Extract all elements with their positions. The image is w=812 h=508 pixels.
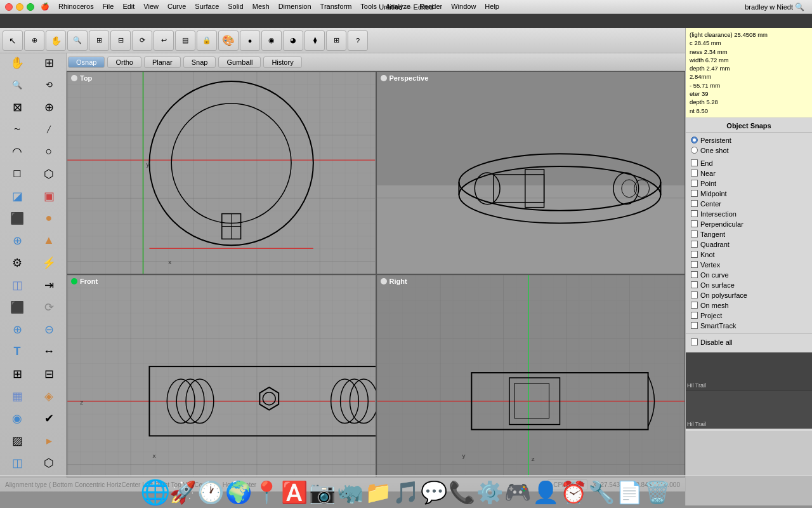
cone-tool[interactable]: ▲ bbox=[33, 229, 65, 251]
snap-on-polysurface[interactable]: On polysurface bbox=[686, 290, 812, 300]
snap-center[interactable]: Center bbox=[686, 199, 812, 209]
display-mode-btn[interactable]: ◉ bbox=[261, 30, 282, 51]
one-shot-option[interactable]: One shot bbox=[686, 145, 812, 156]
snap-project-checkbox[interactable] bbox=[691, 312, 698, 319]
render-tool[interactable]: ◉ bbox=[1, 407, 33, 429]
rotate-view-btn[interactable]: ⟳ bbox=[132, 30, 152, 51]
persistent-option[interactable]: Persistent bbox=[686, 135, 812, 145]
sphere-btn[interactable]: ● bbox=[240, 30, 260, 51]
snap-on-curve-checkbox[interactable] bbox=[691, 271, 698, 278]
snap-tangent-checkbox[interactable] bbox=[691, 231, 698, 237]
offset-tool[interactable]: ⇥ bbox=[33, 274, 65, 296]
menu-dimension[interactable]: Dimension bbox=[275, 3, 315, 11]
menu-view[interactable]: View bbox=[140, 3, 162, 11]
mesh-tool[interactable]: ◫ bbox=[1, 451, 33, 474]
snap-perpendicular-checkbox[interactable] bbox=[691, 220, 698, 227]
dock-clock[interactable]: 🕐 bbox=[198, 479, 223, 505]
dock-docs[interactable]: 📄 bbox=[617, 479, 642, 505]
cylinder-tool[interactable]: ⊕ bbox=[1, 229, 33, 251]
dock-files[interactable]: 📁 bbox=[365, 479, 391, 505]
nurbs-tool[interactable]: ▣ bbox=[33, 185, 65, 207]
rect-tool[interactable]: □ bbox=[1, 163, 33, 185]
dock-chrome[interactable]: 🌍 bbox=[226, 479, 251, 505]
lightning-tool[interactable]: ⚡ bbox=[33, 251, 65, 274]
ortho-button[interactable]: Ortho bbox=[107, 57, 141, 68]
snap-on-curve[interactable]: On curve bbox=[686, 270, 812, 280]
snap-quadrant-checkbox[interactable] bbox=[691, 241, 698, 248]
one-shot-radio[interactable] bbox=[691, 147, 698, 154]
snap-center-checkbox[interactable] bbox=[691, 200, 698, 207]
pan-tool[interactable]: ✋ bbox=[1, 51, 33, 74]
arrow-tool[interactable]: ▸ bbox=[33, 429, 65, 451]
snap-intersection[interactable]: Intersection bbox=[686, 209, 812, 219]
snap-button[interactable]: Snap bbox=[183, 57, 216, 68]
mirror-tool[interactable]: ⊞ bbox=[1, 363, 33, 385]
maximize-button[interactable] bbox=[27, 3, 34, 11]
snap-quadrant[interactable]: Quadrant bbox=[686, 239, 812, 250]
surface-tool[interactable]: ◪ bbox=[1, 185, 33, 207]
zoom-realtime-btn[interactable]: 🔍 bbox=[67, 30, 88, 51]
dock-utilities[interactable]: 🔧 bbox=[589, 479, 614, 505]
magnify-tool[interactable]: ⊠ bbox=[1, 96, 33, 118]
menu-solid[interactable]: Solid bbox=[224, 3, 247, 11]
snap-on-surface-checkbox[interactable] bbox=[691, 281, 698, 288]
snap-near-checkbox[interactable] bbox=[691, 170, 698, 177]
properties-btn[interactable]: ▤ bbox=[175, 30, 195, 51]
close-button[interactable] bbox=[5, 3, 13, 11]
apple-menu[interactable]: 🍎 bbox=[37, 3, 53, 11]
array-tool[interactable]: ⊟ bbox=[33, 363, 65, 385]
snap-vertex-checkbox[interactable] bbox=[691, 261, 698, 268]
planar-button[interactable]: Planar bbox=[144, 57, 181, 68]
snap-point[interactable]: Point bbox=[686, 178, 812, 189]
disable-all-checkbox[interactable] bbox=[691, 338, 698, 345]
arc-tool[interactable]: ◠ bbox=[1, 140, 33, 163]
snap-point-checkbox[interactable] bbox=[691, 180, 698, 187]
select-btn[interactable]: ↖ bbox=[3, 30, 23, 51]
dock-minecraft[interactable]: 🎮 bbox=[505, 479, 530, 505]
snap-vertex[interactable]: Vertex bbox=[686, 260, 812, 270]
render-sphere-btn[interactable]: ◕ bbox=[283, 30, 303, 51]
pan-btn[interactable]: ✋ bbox=[46, 30, 66, 51]
zoom-btn[interactable]: ⊞ bbox=[89, 30, 109, 51]
boolean-union[interactable]: ⊕ bbox=[1, 318, 33, 340]
line-tool[interactable]: ╱ bbox=[33, 118, 65, 140]
menu-transform[interactable]: Transform bbox=[317, 3, 356, 11]
menu-window[interactable]: Window bbox=[447, 3, 480, 11]
dim-tool[interactable]: ↔ bbox=[33, 340, 65, 363]
help-btn[interactable]: ? bbox=[348, 30, 368, 51]
snap-smarttrack[interactable]: SmartTrack bbox=[686, 321, 812, 331]
point-btn[interactable]: ⊕ bbox=[24, 30, 44, 51]
solid-box-tool[interactable]: ⬛ bbox=[1, 207, 33, 229]
dock-itunes[interactable]: 🎵 bbox=[393, 479, 419, 505]
snap-end[interactable]: End bbox=[686, 158, 812, 168]
extrude-tool[interactable]: ◫ bbox=[1, 274, 33, 296]
block-tool[interactable]: ◈ bbox=[33, 385, 65, 407]
dock-skype[interactable]: 📞 bbox=[449, 479, 475, 505]
snap-smarttrack-checkbox[interactable] bbox=[691, 322, 698, 329]
dock-maps[interactable]: 📍 bbox=[254, 479, 279, 505]
menu-rhinoceros[interactable]: Rhinoceros bbox=[55, 3, 98, 11]
gear-tool[interactable]: ⚙ bbox=[1, 251, 33, 274]
menu-tools[interactable]: Tools bbox=[357, 3, 381, 11]
hatch-tool[interactable]: ▨ bbox=[1, 429, 33, 451]
group-tool[interactable]: ▦ bbox=[1, 385, 33, 407]
snap-on-surface[interactable]: On surface bbox=[686, 280, 812, 290]
perspective-viewport[interactable]: Perspective bbox=[376, 71, 686, 274]
disable-all-option[interactable]: Disable all bbox=[686, 337, 812, 347]
layout-btn[interactable]: ⊞ bbox=[326, 30, 346, 51]
menu-surface[interactable]: Surface bbox=[191, 3, 223, 11]
zoom-extents-tool[interactable]: ⟲ bbox=[33, 74, 65, 96]
snap-on-polysurface-checkbox[interactable] bbox=[691, 291, 698, 298]
render-btn[interactable]: ⧫ bbox=[304, 30, 325, 51]
minimize-button[interactable] bbox=[16, 3, 23, 11]
menu-help[interactable]: Help bbox=[481, 3, 503, 11]
camera-tool[interactable]: ✔ bbox=[33, 407, 65, 429]
search-icon[interactable]: 🔍 bbox=[795, 3, 804, 11]
dock-rhino[interactable]: 🦏 bbox=[337, 479, 363, 505]
dock-finder[interactable]: 🌐 bbox=[142, 479, 167, 505]
menu-curve[interactable]: Curve bbox=[164, 3, 190, 11]
snap-end-checkbox[interactable] bbox=[691, 159, 698, 166]
osnap-button[interactable]: Osnap bbox=[68, 57, 105, 68]
snap-project[interactable]: Project bbox=[686, 311, 812, 321]
top-viewport[interactable]: Top bbox=[67, 71, 376, 274]
